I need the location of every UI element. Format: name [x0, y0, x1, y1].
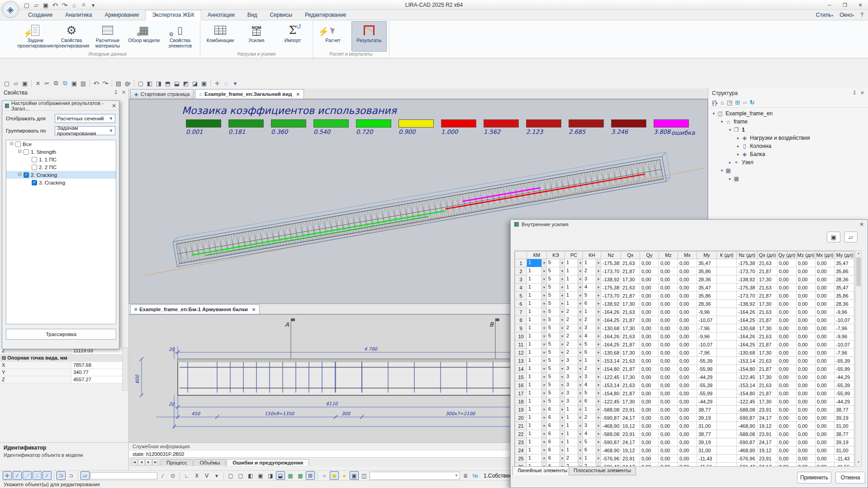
cell-my-dl[interactable]: 28,36: [835, 300, 855, 308]
view-box-2-icon[interactable]: ◧: [146, 79, 154, 88]
col-header-mx-dl[interactable]: Mx (дл): [816, 251, 835, 259]
cell-ke[interactable]: 5▼: [547, 341, 565, 349]
cell-mz[interactable]: 0,00: [659, 300, 678, 308]
cell-qy-dl[interactable]: 0,00: [778, 446, 797, 455]
cell-km[interactable]: 1▼: [527, 259, 547, 267]
cell-mz-dl[interactable]: 0,00: [797, 455, 816, 463]
cell-qx-dl[interactable]: 24,17: [758, 414, 778, 422]
chevron-down-icon[interactable]: ▼: [578, 414, 583, 422]
open-table-button[interactable]: ▱: [844, 232, 858, 242]
cell-value[interactable]: 1: [527, 406, 541, 413]
cell-qx-dl[interactable]: 21,63: [758, 332, 778, 341]
cell-my[interactable]: -44,29: [697, 398, 717, 406]
expand-icon[interactable]: ▸: [727, 160, 733, 165]
cell-kn[interactable]: 5▼: [583, 438, 601, 446]
save-table-button[interactable]: ▣: [827, 232, 840, 242]
cell-value[interactable]: 6: [547, 430, 560, 438]
cell-nz[interactable]: -164,26: [601, 332, 621, 341]
cell-value[interactable]: 6: [547, 414, 560, 422]
view-hidden-icon[interactable]: ▢: [236, 471, 245, 480]
cell-value[interactable]: 6: [583, 446, 596, 454]
cell-qy-dl[interactable]: 0,00: [778, 463, 797, 467]
close-tab-icon[interactable]: ✕: [252, 307, 256, 312]
chevron-down-icon[interactable]: ▼: [541, 292, 546, 299]
magnet-off-icon[interactable]: ⊃: [66, 471, 76, 480]
chevron-down-icon[interactable]: ▼: [578, 308, 583, 316]
col-header-mz-dl[interactable]: Mz (дл): [797, 251, 816, 259]
cell-my-dl[interactable]: 39,19: [835, 438, 855, 446]
chevron-down-icon[interactable]: ▼: [560, 308, 564, 316]
cell-nz-dl[interactable]: -576,96: [737, 455, 758, 463]
cell-value[interactable]: 1: [527, 332, 541, 340]
view-section-icon[interactable]: ⬓: [276, 471, 285, 480]
cell-kn[interactable]: 2▼: [583, 316, 601, 324]
cell-value[interactable]: 1: [527, 267, 541, 275]
cell-value[interactable]: 4: [583, 430, 596, 438]
cell-mx[interactable]: 0,00: [678, 446, 697, 455]
cell-mz-dl[interactable]: 0,00: [797, 422, 816, 430]
tab-planar-elements[interactable]: Плоскостные элементы: [569, 466, 636, 475]
ribbon-button-model[interactable]: ▦⚙Обзор модели: [126, 21, 161, 52]
cell-my-dl[interactable]: 35,86: [835, 267, 855, 275]
cell-value[interactable]: 5: [547, 357, 560, 365]
chevron-down-icon[interactable]: ▼: [541, 349, 546, 356]
forces-window-titlebar[interactable]: Внутренние усилия ✕: [511, 220, 868, 229]
info-tab-объ-мы[interactable]: Объёмы: [194, 459, 226, 466]
cell-qx-dl[interactable]: 19,12: [758, 422, 778, 430]
app-logo-icon[interactable]: ◈: [2, 1, 19, 18]
cell-rc[interactable]: 3▼: [565, 389, 583, 398]
chevron-down-icon[interactable]: ▼: [578, 275, 583, 283]
collapse-icon[interactable]: ▾: [719, 168, 725, 173]
bulb-on-icon[interactable]: ●: [340, 471, 349, 480]
cell-mx[interactable]: 0,00: [678, 316, 697, 324]
cell-qx[interactable]: 19,12: [621, 446, 640, 455]
cell-mz-dl[interactable]: 0,00: [797, 389, 816, 398]
cell-my-dl[interactable]: 38,77: [835, 406, 855, 414]
search-icon[interactable]: ∞: [743, 99, 747, 106]
cell-value[interactable]: 5: [547, 324, 560, 332]
cell-qx[interactable]: 19,12: [621, 422, 640, 430]
cell-value[interactable]: 5: [547, 292, 560, 299]
cell-mx-dl[interactable]: 0,00: [816, 349, 835, 357]
nav-last-icon[interactable]: ▶|: [152, 459, 159, 465]
checkbox[interactable]: [15, 142, 21, 147]
ribbon-button-calc[interactable]: ⚡Расчет: [315, 21, 351, 52]
cell-qx-dl[interactable]: 21,87: [758, 316, 778, 324]
cell-mx-dl[interactable]: 0,00: [816, 463, 835, 467]
cell-rc[interactable]: 1▼: [565, 406, 583, 414]
cell-kn[interactable]: 4▼: [583, 430, 601, 438]
cell-rc[interactable]: 2▼: [565, 455, 583, 463]
cell-mz[interactable]: 0,00: [659, 259, 678, 267]
cell-nz-dl[interactable]: -164,25: [737, 341, 758, 349]
cell-qx-dl[interactable]: 17,30: [758, 275, 778, 284]
chevron-down-icon[interactable]: ▼: [560, 398, 564, 405]
cell-rc[interactable]: 3▼: [565, 398, 583, 406]
cell-km[interactable]: 1▼: [527, 414, 547, 422]
chevron-down-icon[interactable]: ▼: [596, 365, 601, 373]
cell-ke[interactable]: 5▼: [547, 398, 565, 406]
cell-my[interactable]: -10,07: [697, 341, 717, 349]
load-number-icon[interactable]: №: [471, 471, 480, 480]
cell-nz-dl[interactable]: -153,14: [737, 381, 758, 389]
cell-my[interactable]: 38,77: [697, 430, 717, 438]
cell-value[interactable]: 3: [565, 357, 578, 365]
cell-nz-dl[interactable]: -173,70: [737, 267, 758, 275]
undo-icon[interactable]: ↶▾: [92, 79, 100, 88]
chevron-down-icon[interactable]: ▼: [541, 259, 546, 267]
chevron-down-icon[interactable]: ▼: [596, 332, 601, 340]
cell-mx-dl[interactable]: 0,00: [816, 341, 835, 349]
row-number[interactable]: 2: [515, 267, 527, 275]
collapse-icon[interactable]: ⊟: [17, 149, 22, 154]
row-number[interactable]: 24: [515, 446, 527, 455]
chevron-down-icon[interactable]: ▼: [560, 381, 564, 389]
open-file-icon[interactable]: ▱: [32, 1, 40, 9]
cell-ke[interactable]: 5▼: [547, 381, 565, 389]
ribbon-tab-редактирование[interactable]: Редактирование: [299, 10, 352, 20]
tree-item-1-strength[interactable]: ⊟1. Strength: [6, 148, 116, 156]
chevron-down-icon[interactable]: ▼: [560, 267, 564, 275]
cell-mz-dl[interactable]: 0,00: [797, 284, 816, 292]
cell-km[interactable]: 1▼: [527, 349, 547, 357]
cell-nz[interactable]: -468,90: [601, 422, 621, 430]
cell-value[interactable]: 1: [527, 398, 541, 405]
cell-qy[interactable]: 0,00: [640, 373, 659, 381]
